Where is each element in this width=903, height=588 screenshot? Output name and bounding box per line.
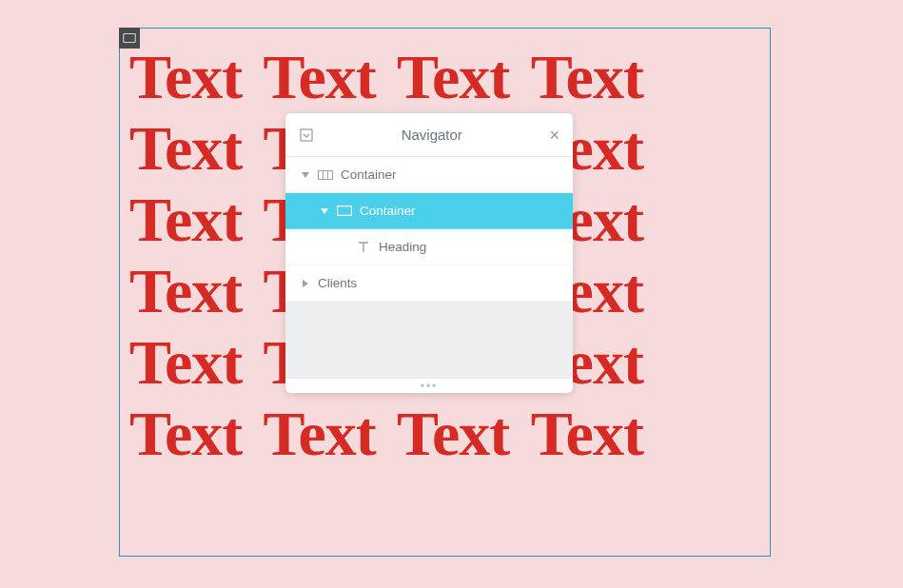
tree-item-label: Heading xyxy=(379,240,426,254)
tree-item-clients[interactable]: Clients xyxy=(285,265,573,302)
container-icon xyxy=(337,206,352,216)
svg-rect-0 xyxy=(124,33,136,42)
navigator-panel: Navigator × Container Container xyxy=(285,113,573,393)
svg-rect-1 xyxy=(301,129,312,141)
heading-icon xyxy=(356,242,371,253)
close-icon[interactable]: × xyxy=(549,127,559,144)
tree-item-container-root[interactable]: Container xyxy=(285,157,573,193)
caret-right-icon[interactable] xyxy=(301,280,310,287)
navigator-header[interactable]: Navigator × xyxy=(285,113,573,157)
svg-rect-5 xyxy=(338,206,352,216)
navigator-title: Navigator xyxy=(314,127,549,143)
navigator-tree: Container Container Heading Clients xyxy=(285,157,573,302)
svg-rect-2 xyxy=(319,170,333,179)
tree-item-label: Clients xyxy=(318,276,357,290)
tree-item-label: Container xyxy=(360,204,416,218)
container-icon xyxy=(123,29,136,47)
panel-resize-handle[interactable]: ••• xyxy=(285,378,573,393)
tree-item-label: Container xyxy=(341,167,397,182)
tree-item-container-child[interactable]: Container xyxy=(285,193,573,229)
expand-collapse-icon[interactable] xyxy=(299,127,314,143)
caret-down-icon[interactable] xyxy=(301,172,310,178)
tree-item-heading[interactable]: Heading xyxy=(285,229,573,265)
element-type-handle[interactable] xyxy=(119,28,140,49)
caret-down-icon[interactable] xyxy=(320,208,329,214)
container-grid-icon xyxy=(318,170,333,180)
